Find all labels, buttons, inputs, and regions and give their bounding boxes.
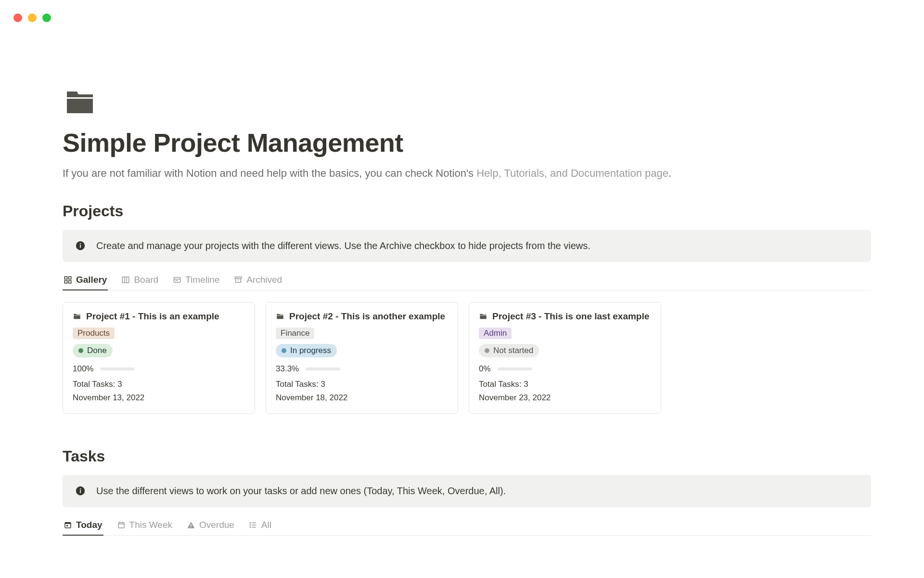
svg-rect-19 [65,523,71,524]
svg-rect-5 [64,280,67,283]
status-badge: Not started [479,344,539,357]
progress-row: 0% [479,364,651,374]
project-title: Project #2 - This is another example [289,311,445,322]
tab-timeline[interactable]: Timeline [172,275,220,290]
projects-heading: Projects [63,202,871,220]
tab-label: This Week [129,520,172,530]
svg-point-17 [80,488,81,489]
progress-bar [306,368,340,370]
tasks-heading: Tasks [63,447,871,465]
project-date: November 13, 2022 [73,393,245,403]
warning-icon [187,521,195,529]
svg-rect-10 [174,277,180,283]
tab-label: All [261,520,271,530]
svg-rect-25 [191,524,192,526]
folder-icon[interactable] [63,84,97,119]
tab-label: Timeline [185,275,219,285]
svg-rect-20 [66,525,68,526]
svg-point-31 [250,525,251,525]
project-title: Project #3 - This is one last example [492,311,649,322]
tab-label: Board [134,275,158,285]
gallery-icon [64,276,72,284]
status-label: In progress [290,346,331,355]
project-card[interactable]: Project #3 - This is one last example Ad… [469,302,661,414]
tasks-tabs: Today This Week Overdue All [63,520,871,536]
project-card[interactable]: Project #2 - This is another example Fin… [266,302,458,414]
help-docs-link[interactable]: Help, Tutorials, and Documentation page [476,167,668,179]
category-tag: Admin [479,328,512,339]
tab-archived[interactable]: Archived [233,275,283,290]
window-maximize-button[interactable] [42,13,51,22]
intro-text: If you are not familiar with Notion and … [63,166,871,181]
progress-bar [100,368,135,370]
tab-overdue[interactable]: Overdue [186,520,235,535]
calendar-today-icon [64,521,72,529]
intro-prefix: If you are not familiar with Notion and … [63,167,476,179]
svg-rect-3 [64,276,67,279]
tasks-callout: Use the different views to work on your … [63,475,871,507]
info-icon [75,486,86,496]
status-badge: In progress [276,344,337,357]
progress-row: 100% [73,364,245,374]
progress-text: 33.3% [276,364,299,374]
progress-text: 0% [479,364,491,374]
page-title: Simple Project Management [63,128,871,158]
status-dot-icon [485,348,489,353]
status-label: Not started [493,346,533,355]
tab-label: Overdue [199,520,234,530]
tab-this-week[interactable]: This Week [116,520,173,535]
intro-suffix: . [668,167,671,179]
svg-rect-1 [80,245,81,248]
window-close-button[interactable] [13,13,22,22]
progress-text: 100% [73,364,93,374]
project-date: November 18, 2022 [276,393,448,403]
projects-callout-text: Create and manage your projects with the… [96,240,590,251]
status-dot-icon [282,348,286,353]
project-card[interactable]: Project #1 - This is an example Products… [63,302,255,414]
info-icon [75,240,86,251]
calendar-week-icon [117,521,126,529]
category-tag: Finance [276,328,314,339]
list-icon [249,521,257,529]
tab-gallery[interactable]: Gallery [63,275,108,290]
window-controls [13,13,51,22]
category-tag: Products [73,328,115,339]
progress-row: 33.3% [276,364,448,374]
svg-rect-16 [80,490,81,493]
tasks-callout-text: Use the different views to work on your … [96,486,506,497]
tab-label: Archived [246,275,282,285]
projects-callout: Create and manage your projects with the… [63,230,871,262]
progress-bar [498,368,532,370]
svg-rect-21 [118,523,124,528]
tab-today[interactable]: Today [63,520,103,535]
projects-gallery: Project #1 - This is an example Products… [63,302,871,414]
project-title: Project #1 - This is an example [86,311,219,322]
folder-icon [276,312,284,321]
svg-point-2 [80,243,81,244]
window-minimize-button[interactable] [28,13,37,22]
status-badge: Done [73,344,113,357]
total-tasks: Total Tasks: 3 [73,380,245,389]
svg-rect-7 [123,277,129,283]
timeline-icon [173,276,181,284]
folder-icon [73,312,81,321]
tab-label: Today [76,520,103,530]
project-date: November 23, 2022 [479,393,651,403]
projects-tabs: Gallery Board Timeline Archived [63,275,871,290]
total-tasks: Total Tasks: 3 [479,380,651,389]
svg-rect-6 [69,280,71,283]
svg-point-30 [250,523,251,524]
status-label: Done [87,346,107,355]
tab-all[interactable]: All [248,520,272,535]
svg-point-26 [191,526,192,527]
status-dot-icon [78,348,83,353]
board-icon [121,276,130,284]
total-tasks: Total Tasks: 3 [276,380,448,389]
archive-icon [234,276,243,284]
folder-icon [479,312,488,321]
tab-label: Gallery [76,275,107,285]
svg-rect-13 [235,277,242,278]
svg-point-32 [250,527,251,528]
svg-rect-4 [69,276,71,279]
tab-board[interactable]: Board [120,275,159,290]
